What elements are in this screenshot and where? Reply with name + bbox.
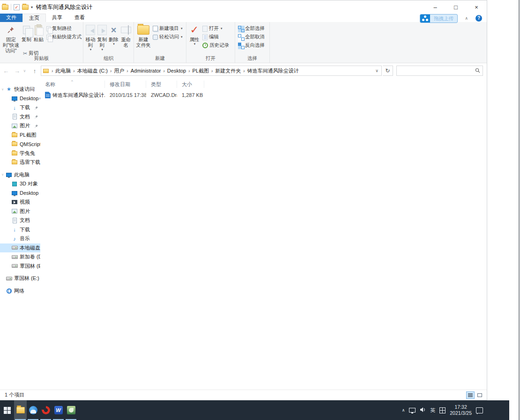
taskbar-file-explorer[interactable]: [14, 400, 27, 420]
breadcrumb-desktop[interactable]: Desktop: [166, 68, 187, 74]
sidebar-item-label: 新加卷 (D:): [20, 253, 40, 260]
ribbon: 固定到"快速访问" 复制 粘贴 复制路径: [0, 22, 487, 63]
sidebar-item-documents[interactable]: 文档: [0, 216, 40, 225]
copy-to-button[interactable]: 复制到▾: [97, 23, 108, 52]
clock[interactable]: 17:32 2021/3/25: [450, 404, 472, 416]
column-header-type[interactable]: 类型: [146, 81, 177, 88]
minimize-button[interactable]: –: [425, 0, 446, 14]
sidebar-item-usb-drive-e[interactable]: 覃国林 (E:): [0, 274, 40, 283]
copy-button[interactable]: 复制: [21, 23, 32, 42]
volume-icon[interactable]: [420, 407, 426, 413]
breadcrumb-local-disk-c[interactable]: 本地磁盘 (C:): [76, 67, 109, 74]
close-button[interactable]: ×: [466, 0, 487, 14]
paste-shortcut-button[interactable]: 粘贴快捷方式: [46, 34, 82, 40]
column-header-date-modified[interactable]: 修改日期: [105, 81, 146, 88]
maximize-button[interactable]: □: [446, 0, 466, 14]
cut-button[interactable]: ✂ 剪切: [23, 50, 38, 57]
sidebar-item-qmscript[interactable]: QMScript: [0, 140, 40, 149]
ime-mode-icon[interactable]: [439, 407, 446, 413]
invert-selection-button[interactable]: 反向选择: [238, 42, 265, 49]
delete-button[interactable]: × 删除▾: [108, 23, 119, 46]
sidebar-item-videos[interactable]: 视频: [0, 198, 40, 207]
breadcrumb-users[interactable]: 用户: [112, 67, 126, 74]
large-icons-view-button[interactable]: [475, 391, 484, 399]
drive-icon: [11, 246, 18, 250]
delete-label: 删除: [109, 37, 119, 42]
properties-qat-icon[interactable]: ✓: [14, 4, 20, 10]
back-button[interactable]: ←: [1, 67, 11, 74]
help-icon[interactable]: ?: [475, 15, 482, 22]
sidebar-item-desktop-qa[interactable]: Desktop: [0, 94, 40, 103]
sidebar-item-downloads[interactable]: ↓ 下载: [0, 225, 40, 235]
breadcrumb-administrator[interactable]: Administrator: [129, 68, 163, 74]
file-row[interactable]: 铸造车间通风除尘设计.dwg 2010/1/15 17:38 ZWCAD.Dra…: [40, 91, 487, 99]
sidebar-item-network[interactable]: 网络: [0, 287, 40, 296]
nutstore-upload-button[interactable]: 拖拽上传: [420, 14, 458, 23]
taskbar-green-app[interactable]: [65, 400, 77, 420]
tab-file[interactable]: 文件: [0, 14, 22, 22]
open-button[interactable]: 打开▾: [202, 25, 229, 32]
new-folder-button[interactable]: 新建 文件夹: [135, 23, 151, 48]
sidebar-item-this-pc[interactable]: ∨ 此电脑: [0, 170, 40, 180]
move-to-button[interactable]: 移动到▾: [85, 23, 96, 52]
sidebar-item-pictures-qa[interactable]: 图片: [0, 121, 40, 131]
document-icon: [11, 114, 18, 119]
ime-language-indicator[interactable]: 英: [430, 407, 435, 414]
breadcrumb-current-folder[interactable]: 铸造车间通风除尘设计: [246, 67, 300, 74]
edit-button[interactable]: 编辑: [202, 34, 229, 40]
taskbar-red-app[interactable]: [39, 400, 52, 420]
sidebar-item-pl-screenshots[interactable]: PL截图: [0, 131, 40, 140]
properties-button[interactable]: ✓ 属性▾: [188, 23, 201, 46]
recent-locations-dropdown-icon[interactable]: ∨: [23, 69, 29, 73]
forward-button[interactable]: →: [12, 67, 22, 74]
up-button[interactable]: ↑: [30, 67, 40, 74]
sidebar-item-new-volume-d[interactable]: 新加卷 (D:): [0, 252, 40, 262]
sidebar-item-thunder-downloads[interactable]: 迅雷下载: [0, 158, 40, 167]
cad-app-icon: W: [54, 406, 63, 414]
address-bar[interactable]: › 此电脑 › 本地磁盘 (C:) › 用户 › Administrator ›…: [41, 66, 382, 76]
taskbar-browser-app[interactable]: [27, 400, 39, 420]
tab-view[interactable]: 查看: [68, 14, 91, 22]
tab-home[interactable]: 主页: [22, 14, 46, 22]
column-header-size[interactable]: 大小: [177, 81, 204, 88]
rename-button[interactable]: 重命名: [119, 23, 132, 48]
history-button[interactable]: 历史记录: [202, 42, 229, 49]
new-folder-qat-icon[interactable]: [22, 5, 29, 10]
drive-icon: [11, 264, 18, 268]
sidebar-item-music[interactable]: ♪ 音乐: [0, 234, 40, 243]
new-item-button[interactable]: 新建项目▾: [153, 25, 183, 32]
address-dropdown-icon[interactable]: ∨: [375, 68, 379, 73]
taskbar-cad-app[interactable]: W: [52, 400, 65, 420]
pin-to-quick-access-button[interactable]: 固定到"快速访问": [1, 23, 21, 53]
sidebar-item-local-disk-c[interactable]: 本地磁盘 (C:): [0, 243, 40, 253]
sidebar-item-quick-access[interactable]: ∨ ★ 快速访问: [0, 85, 40, 94]
sidebar-item-pictures[interactable]: 图片: [0, 207, 40, 216]
sidebar-item-3d-objects[interactable]: 3D 对象: [0, 179, 40, 189]
sidebar-item-desktop[interactable]: Desktop: [0, 189, 40, 198]
paste-button[interactable]: 粘贴: [32, 23, 45, 42]
collapse-ribbon-icon[interactable]: ∧: [465, 16, 468, 21]
chevron-down-icon[interactable]: ∨: [1, 173, 6, 177]
sidebar-item-drive-e[interactable]: 覃国林 (E:): [0, 262, 40, 271]
refresh-button[interactable]: ↻: [383, 66, 393, 76]
details-view-button[interactable]: [466, 391, 475, 399]
start-button[interactable]: [0, 400, 14, 420]
qat-customize-dropdown-icon[interactable]: ▾: [31, 5, 33, 9]
column-header-name[interactable]: 名称 ^: [40, 81, 105, 88]
copy-path-button[interactable]: 复制路径: [46, 25, 82, 32]
sidebar-item-documents-qa[interactable]: 文档: [0, 112, 40, 122]
select-all-button[interactable]: 全部选择: [238, 25, 265, 32]
sidebar-item-xuetutu[interactable]: 学兔兔: [0, 149, 40, 158]
select-none-button[interactable]: 全部取消: [238, 34, 265, 40]
tab-share[interactable]: 共享: [46, 14, 68, 22]
network-status-icon[interactable]: [409, 408, 416, 413]
hidden-icons-chevron-icon[interactable]: ∧: [402, 408, 405, 413]
action-center-icon[interactable]: [476, 407, 483, 413]
breadcrumb-pl-screenshots[interactable]: PL截图: [191, 67, 210, 74]
breadcrumb-new-folder[interactable]: 新建文件夹: [214, 67, 242, 74]
search-input[interactable]: [397, 68, 475, 74]
sidebar-item-downloads-qa[interactable]: ↓ 下载: [0, 103, 40, 112]
breadcrumb-this-pc[interactable]: 此电脑: [54, 67, 72, 74]
easy-access-button[interactable]: 轻松访问▾: [153, 34, 183, 40]
chevron-down-icon[interactable]: ∨: [1, 88, 6, 91]
